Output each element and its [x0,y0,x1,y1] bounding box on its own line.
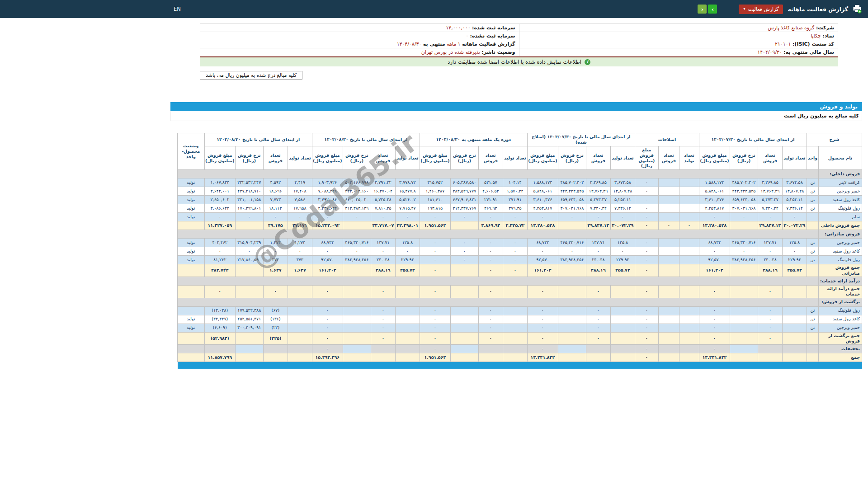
value-cell: ۰ [312,345,343,353]
value-cell: ۰ [699,324,730,332]
value-cell: ۱۳,۴۴۱,۸۳۲ [527,353,558,362]
value-cell: ۰ [586,332,610,345]
value-cell: ۱۶۱,۳۰۴ [699,264,730,277]
value-cell [679,213,699,221]
metric-header: نرخ فروش (ریال) [450,146,478,170]
value-cell [730,353,758,362]
report-period-mid: منتهی به [423,41,445,47]
value-cell [503,353,527,362]
value-cell: ۶۵۹,۶۴۴,۰۵۸ [558,196,586,204]
metric-header: تعداد فروش [758,146,782,170]
previous-report-button[interactable]: ‹ [698,5,707,14]
table-row: کاغذ رول سفیدتن۵,۲۵۴.۱۱۵,۴۷۳.۳۷۶۵۹,۶۴۴,۰… [177,196,862,204]
value-cell [658,285,679,298]
value-cell: (۵۲,۹۸۴) [204,332,235,345]
value-cell: ۰ [586,213,610,221]
unit-header: واحد [807,146,818,170]
product-name-cell: کاغذ رول سفید [819,196,862,204]
table-row: خمیر ویرجینتن۰۰۰۰۰۰۰۰۰(۲۲)۳۰۰,۴۰۹,۰۹۱(۶,… [177,324,862,332]
value-cell: ۰ [527,345,558,353]
value-cell: ۱۱,۸۵۷,۷۹۹ [204,353,235,362]
sum-row: جمع درآمد ارائه خدمات۰۰۰۰۰۰۰۰۰۰۰ [177,285,862,298]
value-cell: (۱۳۶) [263,315,288,324]
value-cell [658,213,679,221]
value-cell [558,221,586,230]
value-cell: ۰ [635,196,658,204]
value-cell: ۳۱۳,۳۸۳,۱۳۹ [343,204,371,213]
value-cell: ۳۷۹.۳۵ [503,204,527,213]
value-cell: ۰ [420,315,450,324]
value-cell [782,306,807,315]
value-cell [658,204,679,213]
report-type-button[interactable]: گزارش فعالیت ▾ [739,5,783,14]
value-cell: ۱۸,۶۹۶ [263,187,288,196]
value-cell: (۳۴,۳۴۷) [204,315,235,324]
value-cell: ۴۷,۱۷۱ [288,221,312,230]
table-row: تخفیفات۰۰۰۰۰ [177,345,862,353]
value-cell: ۴۱۲,۳۳۷,۷۶۷ [450,204,478,213]
value-cell: ۱۲۵.۸ [782,239,807,247]
info-icon: i [585,59,590,65]
value-cell [610,353,635,362]
value-cell: ۰ [288,247,312,256]
value-cell [450,332,478,345]
value-cell: ۱۴۷.۷۱ [586,239,610,247]
unit-cell: تن [807,324,818,332]
value-cell: ۱۷,۹۵۸ [288,204,312,213]
value-cell [730,264,758,277]
value-cell [730,221,758,230]
value-cell [235,285,263,298]
value-cell: ۴۳۳,۰۱۴,۱۶۰ [343,187,371,196]
value-cell: ۰ [204,213,235,221]
symbol-value: چکاپا [811,33,821,39]
value-cell: ۰ [730,247,758,256]
value-cell [679,315,699,324]
unit-cell: تن [807,204,818,213]
print-icon[interactable] [853,5,862,14]
value-cell: ۱,۹۰۳,۹۲۶ [312,178,343,187]
unit-cell: تن [807,187,818,196]
value-cell: ۰ [699,345,730,353]
fiscal-year-label: سال مالی منتهی به: [783,49,834,55]
value-cell [288,306,312,315]
value-cell: ۰ [450,247,478,256]
value-cell [610,306,635,315]
value-cell: ۰ [288,213,312,221]
value-cell: ۲۷۱.۹۱ [503,196,527,204]
value-cell: ۶۵۹,۶۴۴,۰۵۸ [730,196,758,204]
table-row: سایر۰۰۰۰۰۰۰۰۰۰۰۰۰۰۰۰۰۰۰۰۰تولید [177,213,862,221]
value-cell [558,353,586,362]
status-cell: تولید [177,239,204,247]
status-cell [177,306,204,315]
value-cell: ۰ [699,213,730,221]
value-cell: ۱۳,۸۰۷.۴۸ [782,187,807,196]
group-filler-cell [177,277,818,285]
value-cell [395,345,420,353]
value-cell [658,239,679,247]
value-cell [263,353,288,362]
value-cell [558,315,586,324]
value-cell: ۰ [586,247,610,256]
value-cell: ۰ [527,324,558,332]
metric-header: مبلغ فروش (میلیون ریال) [420,146,450,170]
value-cell: ۰ [635,247,658,256]
value-cell [343,315,371,324]
fiscal-year-cell: سال مالی منتهی به: ۱۴۰۴/۰۹/۳۰ [519,48,838,56]
value-cell [288,285,312,298]
value-cell: ۱۵,۳۷۷.۸ [395,187,420,196]
isic-value: ۲۱۰۱۰۱ [775,41,791,47]
value-cell: ۰ [478,332,503,345]
value-cell: ۳,۸۶۹.۹۴ [478,221,503,230]
value-cell: ۰ [610,247,635,256]
next-report-button[interactable]: › [708,5,717,14]
status-cell: تولید [177,178,204,187]
product-name-cell: کرافت لاینر [819,178,862,187]
value-cell [450,353,478,362]
language-en-link[interactable]: EN [174,6,181,12]
value-cell: ۰ [478,213,503,221]
value-cell [658,306,679,315]
value-cell: ۰ [204,247,235,256]
unit-cell: تن [807,256,818,264]
value-cell: ۱۸۱,۶۱۰ [420,196,450,204]
value-cell: ۰ [635,324,658,332]
